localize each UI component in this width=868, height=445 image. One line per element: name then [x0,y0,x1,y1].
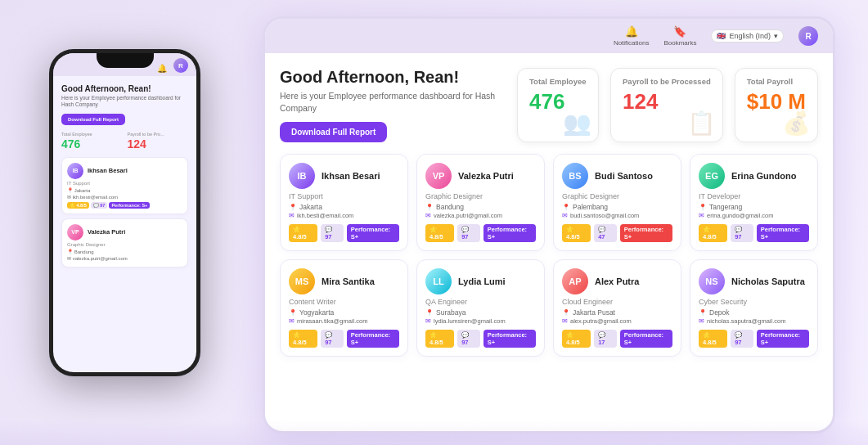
emp-badges-7: ⭐ 4.8/5 💬 97 Performance: S+ [699,330,809,348]
emp-rating-5: ⭐ 4.8/5 [425,330,454,348]
email-dot-1: ✉ [425,212,431,219]
email-dot-6: ✉ [562,317,568,325]
emp-header-1: VP Valezka Putri [425,163,536,189]
emp-location-5: 📍 Surabaya [425,308,536,317]
emp-location-1: 📍 Bandung [425,203,536,211]
emp-rating-4: ⭐ 4.8/5 [289,330,317,348]
emp-card-4[interactable]: MS Mira Santika Content Writer 📍 Yogyaka… [280,259,408,357]
emp-email-text-7: nicholas.saputra@gmail.com [707,317,785,325]
phone-emp-card-1[interactable]: IB Ikhsan Besari IT Support 📍 Jakarta ✉ … [61,157,188,214]
email-dot-4: ✉ [289,317,295,325]
emp-name-0: Ikhsan Besari [322,171,380,181]
emp-count-6: 💬 17 [594,330,617,348]
tablet-device: 🔔 Notifications 🔖 Bookmarks 🇬🇧 English (… [263,16,835,434]
emp-avatar-4: MS [289,268,315,294]
emp-loc-text-6: Jakarta Pusat [573,308,615,317]
phone-emp-loc-2: 📍 Bandung [67,249,182,254]
phone-emp-header-2: VP Valezka Putri [67,224,182,240]
bookmarks-item[interactable]: 🔖 Bookmarks [663,25,696,47]
emp-name-7: Nicholas Saputra [731,276,805,286]
phone-emp-badges-1: ⭐ 4.8/5 💬 97 Performance: S+ [67,202,182,209]
payroll-doc-icon: 📋 [687,110,716,137]
phone-stat-payroll: Payroll to be Pro... 124 [128,132,189,151]
emp-badges-0: ⭐ 4.8/5 💬 97 Performance: S+ [289,224,399,242]
user-avatar[interactable]: R [798,26,818,46]
phone-stat-employees: Total Employee 476 [61,132,123,151]
emp-email-text-5: lydia.lumsiren@gmail.com [434,317,506,325]
emp-email-row-0: ✉ ikh.besti@email.com [289,212,399,219]
scene: 🔔 Notifications 🔖 Bookmarks 🇬🇧 English (… [0,0,868,445]
phone-emp-card-2[interactable]: VP Valezka Putri Graphic Designer 📍 Band… [61,218,188,267]
emp-location-4: 📍 Yogyakarta [289,308,399,317]
location-dot-3: 📍 [699,204,707,211]
money-bag-icon: 💰 [782,110,811,137]
emp-perf-0: Performance: S+ [347,224,399,242]
emp-location-7: 📍 Depok [699,308,809,317]
email-dot-5: ✉ [425,317,431,325]
phone-emp-role-1: IT Support [67,181,182,186]
flag-icon: 🇬🇧 [717,32,726,40]
emp-count-2: 💬 47 [594,224,617,242]
phone-content: Good Afternoon, Rean! Here is your Emplo… [53,76,196,276]
emp-card-0[interactable]: IB Ikhsan Besari IT Support 📍 Jakarta ✉ … [280,154,408,251]
phone-device: 🔔 R Good Afternoon, Rean! Here is your E… [49,49,200,376]
bell-icon: 🔔 [625,25,638,38]
emp-email-row-7: ✉ nicholas.saputra@gmail.com [699,317,809,325]
emp-card-2[interactable]: BS Budi Santoso Graphic Designer 📍 Palem… [553,154,681,251]
emp-rating-7: ⭐ 4.8/5 [699,330,727,348]
bookmark-icon: 🔖 [673,25,686,38]
emp-email-row-1: ✉ valezka.putri@gmail.com [425,212,536,219]
emp-role-2: Graphic Designer [562,192,672,200]
emp-card-6[interactable]: AP Alex Putra Cloud Engineer 📍 Jakarta P… [553,259,681,357]
emp-header-5: LL Lydia Lumi [425,268,536,294]
emp-header-6: AP Alex Putra [562,268,672,294]
notifications-item[interactable]: 🔔 Notifications [614,25,650,47]
emp-email-row-6: ✉ alex.putra@gmail.com [562,317,672,325]
location-dot-7: 📍 [699,309,707,317]
emp-badges-4: ⭐ 4.8/5 💬 97 Performance: S+ [289,330,399,348]
emp-rating-3: ⭐ 4.8/5 [699,224,727,242]
hero-text-block: Good Afternoon, Rean! Here is your Emplo… [280,68,506,142]
phone-emp-loc-1: 📍 Jakarta [67,187,182,193]
phone-emp-email-2: ✉ valezka.putri@gmail.com [67,255,182,261]
emp-perf-1: Performance: S+ [483,224,536,242]
emp-name-4: Mira Santika [322,276,375,286]
emp-perf-4: Performance: S+ [347,330,399,348]
emp-avatar-7: NS [699,268,725,294]
location-dot-5: 📍 [425,309,434,317]
phone-emp-name-1: Ikhsan Besari [88,167,128,174]
emp-header-4: MS Mira Santika [289,268,399,294]
emp-rating-6: ⭐ 4.8/5 [562,330,591,348]
emp-avatar-3: EG [699,163,725,189]
download-report-button[interactable]: Download Full Report [280,122,387,142]
phone-rating-badge-1: ⭐ 4.8/5 [67,202,89,209]
emp-name-1: Valezka Putri [458,171,514,181]
phone-download-button[interactable]: Download Full Report [61,114,125,125]
email-dot-2: ✉ [562,212,568,219]
phone-stats-row: Total Employee 476 Payroll to be Pro... … [61,132,188,151]
phone-emp-avatar-1: IB [67,163,83,179]
phone-emp-role-2: Graphic Designer [67,242,182,247]
phone-notch [97,53,154,68]
emp-header-7: NS Nicholas Saputra [699,268,809,294]
emp-card-3[interactable]: EG Erina Gundono IT Developer 📍 Tangeran… [690,154,818,251]
emp-avatar-1: VP [425,163,452,189]
emp-count-4: 💬 97 [321,330,344,348]
emp-location-2: 📍 Palembang [562,203,672,211]
emp-card-1[interactable]: VP Valezka Putri Graphic Designer 📍 Band… [416,154,545,251]
emp-role-1: Graphic Designer [425,192,536,200]
email-dot-3: ✉ [699,212,704,219]
emp-email-row-5: ✉ lydia.lumsiren@gmail.com [425,317,536,325]
tablet-main-content: Good Afternoon, Rean! Here is your Emplo… [265,53,833,431]
emp-email-text-2: budi.santoso@gmail.com [570,212,639,219]
employees-icon: 👥 [563,110,591,137]
emp-card-7[interactable]: NS Nicholas Saputra Cyber Security 📍 Dep… [690,259,818,357]
tablet-topbar: 🔔 Notifications 🔖 Bookmarks 🇬🇧 English (… [265,19,833,53]
language-selector[interactable]: 🇬🇧 English (Ind) ▾ [711,29,784,43]
emp-card-5[interactable]: LL Lydia Lumi QA Engineer 📍 Surabaya ✉ l… [416,259,545,357]
phone-screen: 🔔 R Good Afternoon, Rean! Here is your E… [53,53,196,372]
emp-count-5: 💬 97 [457,330,480,348]
emp-name-5: Lydia Lumi [458,276,506,286]
location-dot-1: 📍 [425,204,434,211]
phone-emp-name-2: Valezka Putri [88,228,125,236]
